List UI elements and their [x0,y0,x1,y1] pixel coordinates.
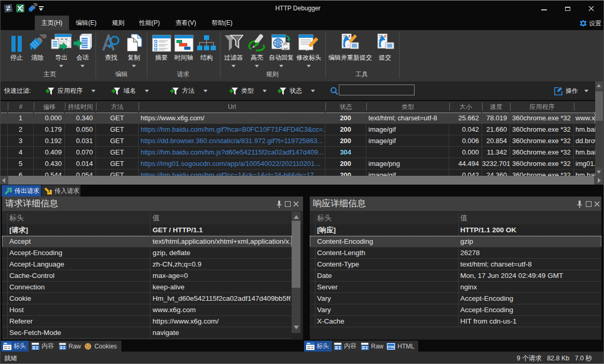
svg-text:HTML: HTML [387,345,395,348]
